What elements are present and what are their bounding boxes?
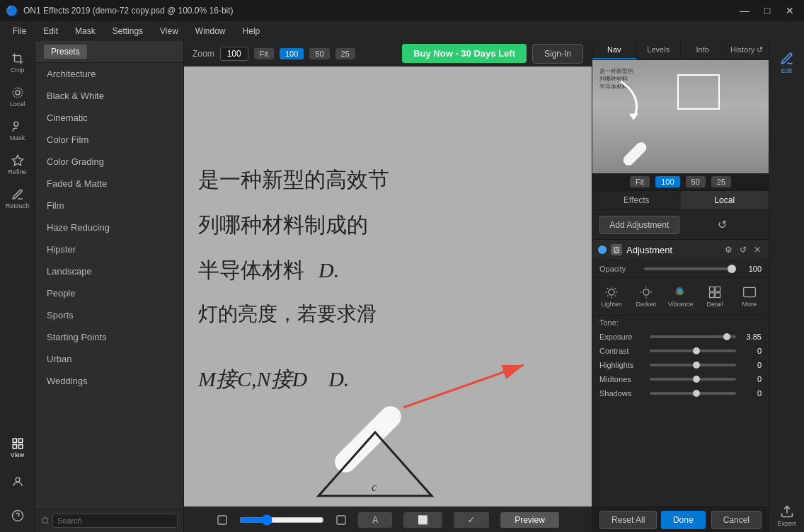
contrast-slider[interactable]	[650, 349, 736, 352]
adj-type-icon: 🖼	[611, 244, 622, 255]
preset-weddings[interactable]: Weddings	[35, 370, 183, 392]
zoom-50-button[interactable]: 50	[309, 48, 329, 59]
tab-local[interactable]: Local	[681, 191, 769, 209]
filter-vibrance[interactable]: Vibrance	[664, 282, 697, 311]
menu-help[interactable]: Help	[236, 23, 268, 39]
nav-50-button[interactable]: 50	[686, 176, 706, 187]
tool-retouch[interactable]: Retouch	[1, 183, 34, 215]
reset-all-button[interactable]: Reset All	[599, 511, 657, 529]
filter-icons: Lighten Darken Vibrance Detail More	[592, 278, 769, 316]
maximize-button[interactable]: □	[759, 4, 776, 18]
buy-now-button[interactable]: Buy Now - 30 Days Left	[402, 44, 527, 63]
adj-undo-button[interactable]: ↺	[737, 244, 749, 255]
preset-fadedmatte[interactable]: Faded & Matte	[35, 173, 183, 195]
mask-overlay-button[interactable]: ✓	[454, 512, 489, 528]
add-adjustment-button[interactable]: Add Adjustment	[599, 216, 679, 234]
zoom-input[interactable]	[220, 47, 248, 61]
tool-local[interactable]: Local	[1, 81, 34, 113]
filter-darken[interactable]: Darken	[630, 282, 663, 311]
preset-colorgrading[interactable]: Color Grading	[35, 151, 183, 173]
adj-visibility-dot[interactable]	[598, 245, 607, 254]
search-bar	[35, 509, 183, 532]
tab-levels[interactable]: Levels	[637, 41, 682, 59]
presets-tab[interactable]: Presets	[44, 45, 87, 59]
nav-fit-button[interactable]: Fit	[630, 176, 650, 187]
filter-more[interactable]: More	[733, 282, 766, 311]
preset-bw[interactable]: Black & White	[35, 85, 183, 107]
tab-effects[interactable]: Effects	[592, 191, 681, 209]
image-viewport[interactable]: 是一种新型的高效节 列哪种材料制成的 半导体材料D. 灯的亮度，若要求滑 M接C…	[184, 66, 592, 507]
preset-list: Architecture Black & White Cinematic Col…	[35, 63, 183, 509]
fit-button[interactable]: Fit	[254, 48, 274, 59]
menu-edit[interactable]: Edit	[36, 23, 65, 39]
zoom-25-button[interactable]: 25	[335, 48, 355, 59]
menu-view[interactable]: View	[153, 23, 185, 39]
menu-window[interactable]: Window	[188, 23, 233, 39]
highlights-label: Highlights	[599, 361, 645, 369]
tool-view[interactable]: View	[1, 432, 34, 464]
preset-hazereducing[interactable]: Haze Reducing	[35, 216, 183, 238]
presets-panel: Presets Architecture Black & White Cinem…	[35, 41, 184, 532]
compare-button[interactable]: ⬜	[403, 512, 442, 528]
undo-button[interactable]: ↺	[684, 214, 762, 235]
search-input[interactable]	[52, 514, 178, 528]
window-title: ON1 Effects 2019 (demo-72 copy.psd @ 100…	[23, 6, 736, 16]
opacity-slider[interactable]	[644, 267, 736, 270]
tool-help[interactable]	[1, 499, 34, 532]
tool-mask[interactable]: Mask	[1, 115, 34, 147]
exposure-slider[interactable]	[650, 335, 736, 338]
zoom-slider[interactable]	[239, 514, 324, 526]
canvas-image: 是一种新型的高效节 列哪种材料制成的 半导体材料D. 灯的亮度，若要求滑 M接C…	[184, 66, 592, 507]
svg-point-2	[13, 122, 18, 126]
menu-mask[interactable]: Mask	[68, 23, 103, 39]
filter-lighten[interactable]: Lighten	[595, 282, 628, 311]
preset-cinematic[interactable]: Cinematic	[35, 107, 183, 129]
preview-button[interactable]: Preview	[500, 512, 559, 528]
midtones-value: 0	[740, 375, 762, 383]
nav-100-button[interactable]: 100	[655, 176, 679, 187]
red-arrow	[396, 358, 538, 415]
zoom-100-button[interactable]: 100	[280, 48, 304, 59]
shadows-slider[interactable]	[650, 392, 736, 395]
preset-hipster[interactable]: Hipster	[35, 238, 183, 260]
image-content: 是一种新型的高效节 列哪种材料制成的 半导体材料D. 灯的亮度，若要求滑 M接C…	[184, 66, 592, 507]
preset-sports[interactable]: Sports	[35, 304, 183, 326]
nav-zoom-controls: Fit 100 50 25	[592, 173, 769, 191]
tab-info[interactable]: Info	[681, 41, 725, 59]
preset-colorfilm[interactable]: Color Film	[35, 129, 183, 151]
nav-preview[interactable]: 是一种新型的 列哪种材料 半导体材料	[592, 60, 769, 173]
menu-settings[interactable]: Settings	[105, 23, 150, 39]
tab-history[interactable]: History ↺	[725, 41, 769, 59]
opacity-row: Opacity 100	[592, 260, 769, 278]
done-button[interactable]: Done	[661, 511, 706, 529]
preset-startingpoints[interactable]: Starting Points	[35, 326, 183, 348]
midtones-slider[interactable]	[650, 378, 736, 381]
adj-settings-button[interactable]: ⚙	[723, 244, 735, 255]
edit-button[interactable]: Edit	[771, 47, 803, 79]
adjustment-header: 🖼 Adjustment ⚙ ↺ ✕	[592, 240, 769, 260]
nav-viewport-box[interactable]	[677, 74, 720, 110]
cancel-button[interactable]: Cancel	[711, 511, 762, 529]
menu-file[interactable]: File	[6, 23, 33, 39]
shadows-label: Shadows	[599, 389, 645, 398]
highlights-slider[interactable]	[650, 364, 736, 366]
tool-refine[interactable]: Refine	[1, 149, 34, 181]
tab-nav[interactable]: Nav	[592, 41, 637, 59]
tool-crop[interactable]: Crop	[1, 47, 34, 79]
nav-25-button[interactable]: 25	[711, 176, 731, 187]
param-shadows: Shadows 0	[599, 386, 762, 400]
tool-user[interactable]	[1, 466, 34, 498]
text-button[interactable]: A	[358, 512, 392, 528]
adj-close-button[interactable]: ✕	[752, 244, 763, 255]
preset-people[interactable]: People	[35, 282, 183, 304]
preset-landscape[interactable]: Landscape	[35, 260, 183, 282]
export-button[interactable]: Export	[771, 499, 803, 532]
close-button[interactable]: ✕	[781, 4, 798, 18]
opacity-label: Opacity	[599, 265, 638, 273]
preset-film[interactable]: Film	[35, 195, 183, 216]
preset-urban[interactable]: Urban	[35, 348, 183, 370]
signin-button[interactable]: Sign-In	[532, 44, 583, 64]
filter-detail[interactable]: Detail	[699, 282, 732, 311]
preset-architecture[interactable]: Architecture	[35, 63, 183, 85]
minimize-button[interactable]: —	[736, 4, 753, 18]
